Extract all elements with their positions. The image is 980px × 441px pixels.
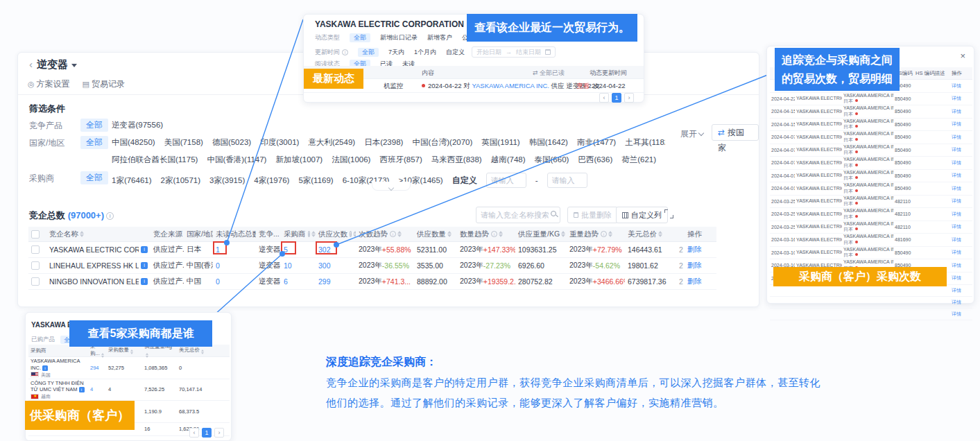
company-detail-icon[interactable]: i (141, 246, 148, 253)
buyer-count-item[interactable]: 2家(10571) (161, 175, 201, 186)
filter-item[interactable]: 新增出口记录 (380, 33, 418, 42)
collapse-filters-button[interactable] (372, 182, 411, 191)
supply-value[interactable]: 299 (318, 277, 331, 286)
table-row[interactable]: NINGBO INNOVATION ELECTRONIi供应过产...中国0逆变… (28, 274, 716, 290)
exporter-name[interactable]: YASKAWA ELECTRIC CORP... (796, 160, 842, 165)
row-checkbox[interactable] (31, 277, 40, 286)
buyer-name[interactable]: YASKAWA AMERICA INC.i (31, 358, 86, 372)
detail-link[interactable]: 详情 (952, 300, 961, 304)
detail-link[interactable]: 详情 (952, 121, 961, 126)
trade-row[interactable]: 2024-04-01YASKAWA ELECTRIC CORP...iYASKA… (770, 170, 972, 183)
company-name[interactable]: YASKAWA ELECTRIC CORPORATIO (49, 245, 139, 254)
sort-icon[interactable] (397, 231, 402, 237)
exporter-name[interactable]: YASKAWA ELECTRIC CORP... (796, 211, 842, 216)
trade-row[interactable]: 详情 (770, 285, 972, 297)
trade-row[interactable]: 2024-04-22YASKAWA ELECTRIC CORP...iYASKA… (770, 93, 972, 106)
current-page[interactable]: 1 (202, 428, 212, 438)
country-item[interactable]: 荷兰(621) (621, 155, 656, 165)
table-row[interactable]: YASKAWA ELECTRIC CORPORATIOi供应过产...日本1逆变… (28, 242, 716, 258)
trade-records-button[interactable]: ▤贸易记录 (83, 78, 125, 90)
country-item[interactable]: 中国(台湾)(2070) (412, 137, 472, 148)
trade-row[interactable]: 详情 (770, 297, 972, 309)
sort-icon[interactable] (658, 231, 662, 237)
delete-link[interactable]: 删除 (687, 245, 702, 254)
trade-row[interactable]: 2024-04-07YASKAWA ELECTRIC CORP...iYASKA… (770, 144, 972, 157)
buyer-row[interactable]: CÔNG TY TNHH ĐIỆN TỬ UMC VIỆT NAMi越南447,… (28, 379, 230, 401)
importer-name[interactable]: YASKAWA AMERICA INC.i (843, 196, 892, 202)
country-item[interactable]: 日本(2398) (364, 137, 403, 148)
country-item[interactable]: 美国(7158) (164, 137, 203, 148)
detail-link[interactable]: 详情 (952, 135, 961, 139)
sort-icon[interactable] (561, 231, 565, 237)
trade-row[interactable]: 2024-04-07YASKAWA ELECTRIC CORP...iYASKA… (770, 131, 972, 144)
exporter-name[interactable]: YASKAWA ELECTRIC CORP... (796, 147, 842, 152)
trade-row[interactable]: 2024-04-15YASKAWA ELECTRIC CORP...iYASKA… (770, 119, 972, 132)
product-all-chip[interactable]: 全部 (80, 119, 108, 132)
sort-icon[interactable] (80, 231, 84, 237)
date-range-input[interactable]: 开始日期→结束日期 (472, 46, 556, 58)
row-checkbox[interactable] (31, 245, 40, 254)
buyer-name[interactable]: CÔNG TY TNHH ĐIỆN TỬ UMC VIỆT NAMi (31, 380, 86, 394)
trade-row[interactable]: 2024-03-25YASKAWA ELECTRIC CORP...iYASKA… (770, 208, 972, 221)
detail-link[interactable]: 详情 (952, 224, 961, 229)
buyers-value[interactable]: 6 (284, 277, 288, 286)
sort-icon[interactable] (499, 231, 503, 237)
trade-row[interactable]: 2024-03-16YASKAWA ELECTRIC CORP...iYASKA… (770, 234, 972, 247)
exporter-name[interactable]: YASKAWA ELECTRIC CORP... (796, 121, 842, 126)
importer-name[interactable]: YASKAWA AMERICA INC.i (843, 144, 892, 150)
detail-link[interactable]: 详情 (952, 186, 961, 191)
detail-link[interactable]: 详情 (952, 160, 961, 165)
row-checkbox[interactable] (31, 261, 40, 270)
unread-value[interactable]: 0 (216, 261, 220, 270)
unread-value[interactable]: 0 (216, 277, 220, 286)
filter-item[interactable]: 新增客户 (427, 33, 452, 42)
trade-row[interactable]: 2024-04-07YASKAWA ELECTRIC CORP...iYASKA… (770, 157, 972, 170)
expand-button[interactable]: 展开 (680, 128, 703, 140)
buyer-times[interactable]: 294 (88, 364, 106, 372)
sort-icon[interactable] (130, 349, 133, 354)
importer-name[interactable]: YASKAWA AMERICA INC.i (843, 208, 892, 214)
country-all-chip[interactable]: 全部 (80, 136, 108, 149)
select-all-checkbox[interactable] (31, 230, 40, 239)
chevron-down-icon[interactable] (71, 64, 77, 67)
importer-name[interactable]: YASKAWA AMERICA INC.i (843, 131, 892, 137)
country-item[interactable]: 中国(48250) (112, 137, 155, 148)
table-row[interactable]: LINEHAUL EXPRESS HK LTDi供应过产...中国(香港)0逆变… (28, 258, 716, 274)
filter-item[interactable]: 7天内 (388, 48, 404, 57)
exporter-name[interactable]: YASKAWA ELECTRIC CORP... (796, 109, 842, 114)
trade-row[interactable]: 2024-04-01YASKAWA ELECTRIC CORP...iYASKA… (770, 182, 972, 196)
filter-item[interactable]: 自定义 (446, 48, 465, 57)
importer-name[interactable]: YASKAWA AMERICA INC.i (843, 182, 892, 189)
exporter-name[interactable]: YASKAWA ELECTRIC CORP... (796, 186, 842, 191)
detail-link[interactable]: 详情 (952, 263, 961, 268)
detail-link[interactable]: 详情 (952, 275, 961, 280)
batch-delete-button[interactable]: 批量删除 (567, 207, 618, 223)
importer-name[interactable]: YASKAWA AMERICA INC.i (843, 119, 892, 125)
detail-link[interactable]: 详情 (952, 147, 961, 152)
detail-link[interactable]: 详情 (952, 109, 961, 114)
importer-name[interactable]: YASKAWA AMERICA INC.i (843, 247, 892, 253)
search-input[interactable]: 请输入竞企名称搜索 (476, 207, 560, 223)
company-link[interactable]: YASKAWA AMERICA INC. (472, 82, 549, 89)
exporter-name[interactable]: YASKAWA ELECTRIC CORP... (796, 173, 842, 178)
exporter-name[interactable]: YASKAWA ELECTRIC CORP... (796, 224, 842, 229)
country-item[interactable]: 越南(748) (491, 155, 526, 165)
sort-icon[interactable] (201, 349, 204, 354)
importer-name[interactable]: YASKAWA AMERICA INC.i (843, 105, 892, 112)
country-item[interactable]: 巴西(636) (578, 155, 612, 165)
plan-settings-button[interactable]: ◎方案设置 (28, 78, 70, 90)
country-item[interactable]: 土耳其(1182) (625, 137, 665, 148)
fullscreen-icon[interactable] (664, 209, 673, 218)
buyers-all-chip[interactable]: 全部 (80, 171, 108, 184)
exporter-name[interactable]: YASKAWA ELECTRIC CORP... (796, 198, 842, 203)
importer-name[interactable]: YASKAWA AMERICA INC.i (843, 259, 892, 266)
view-link[interactable]: 查看 (576, 82, 590, 91)
company-detail-icon[interactable]: i (141, 262, 148, 269)
country-item[interactable]: 马来西亚(838) (431, 155, 482, 165)
company-detail-icon[interactable]: i (79, 387, 85, 392)
breadcrumb[interactable]: ‹逆变器 (29, 58, 77, 71)
country-item[interactable]: 新加坡(1007) (275, 155, 323, 165)
country-item[interactable]: 中国(香港)(1147) (207, 155, 266, 165)
supply-value[interactable]: 300 (318, 261, 331, 270)
close-icon[interactable]: × (960, 51, 965, 61)
